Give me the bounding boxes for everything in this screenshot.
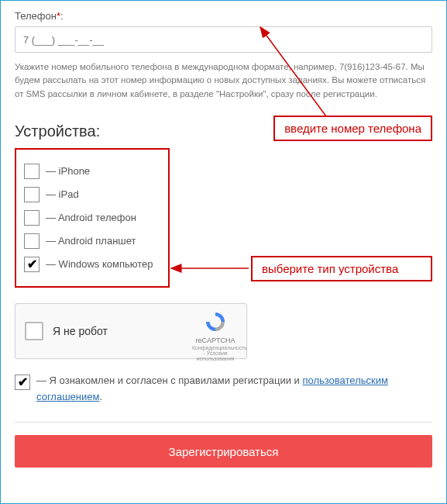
callout-phone: введите номер телефона — [273, 116, 432, 141]
device-item-ipad: — iPad — [24, 187, 160, 202]
device-item-windows: — Windows компьютер — [24, 257, 160, 272]
label-colon: : — [60, 10, 64, 22]
divider — [15, 422, 432, 423]
device-label: — Android телефон — [46, 212, 136, 223]
agree-text: — Я ознакомлен и согласен с правилами ре… — [36, 373, 432, 406]
device-item-android-phone: — Android телефон — [24, 210, 160, 226]
device-label: — Android планшет — [46, 235, 136, 247]
checkbox-android-phone[interactable] — [24, 210, 40, 226]
device-label: — iPad — [46, 188, 79, 200]
recaptcha-icon — [204, 310, 227, 333]
recaptcha-terms: Конфиденциальность - Условия использован… — [192, 345, 239, 361]
agree-suffix: . — [99, 391, 102, 402]
checkbox-android-tablet[interactable] — [24, 233, 40, 249]
recaptcha-logo: reCAPTCHA Конфиденциальность - Условия и… — [192, 310, 239, 361]
device-item-iphone: — iPhone — [24, 164, 160, 179]
checkbox-windows[interactable] — [24, 257, 40, 272]
recaptcha-brand: reCAPTCHA — [192, 337, 239, 344]
phone-label-text: Телефон — [15, 10, 57, 22]
recaptcha-widget: Я не робот reCAPTCHA Конфиденциальность … — [15, 303, 247, 359]
register-button[interactable]: Зарегистрироваться — [15, 435, 432, 468]
device-item-android-tablet: — Android планшет — [24, 233, 160, 249]
agree-prefix: — Я ознакомлен и согласен с правилами ре… — [36, 375, 302, 386]
device-label: — Windows компьютер — [46, 258, 153, 270]
arrow-to-device-icon — [167, 261, 253, 276]
checkbox-ipad[interactable] — [24, 187, 40, 202]
phone-helptext: Укажите номер мобильного телефона в межд… — [15, 60, 432, 101]
device-label: — iPhone — [46, 165, 90, 177]
device-list: — iPhone — iPad — Android телефон — Andr… — [15, 148, 170, 288]
recaptcha-checkbox[interactable] — [25, 322, 43, 340]
phone-label: Телефон*: — [15, 10, 432, 22]
checkbox-agree[interactable] — [15, 375, 30, 390]
checkbox-iphone[interactable] — [24, 164, 40, 179]
phone-input[interactable] — [15, 26, 432, 53]
agree-row: — Я ознакомлен и согласен с правилами ре… — [15, 373, 432, 406]
callout-device: выберите тип устройства — [251, 256, 432, 281]
recaptcha-label: Я не робот — [53, 325, 108, 337]
